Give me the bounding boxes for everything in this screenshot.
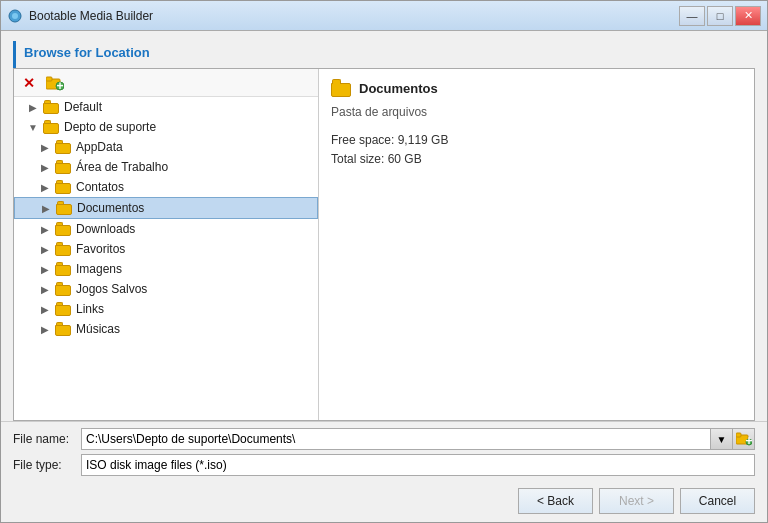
expander-icon: ▶ [38, 304, 52, 315]
file-type-row: File type: ISO disk image files (*.iso) [13, 454, 755, 476]
expander-icon: ▶ [38, 244, 52, 255]
folder-icon [55, 302, 73, 316]
window-controls: — □ ✕ [679, 6, 761, 26]
tree-item[interactable]: ▶ Favoritos [14, 239, 318, 259]
expander-icon: ▶ [26, 102, 40, 113]
bottom-area: File name: ▼ + File type: ISO disk image [1, 421, 767, 522]
folder-icon [55, 140, 73, 154]
title-bar-left: Bootable Media Builder [7, 8, 153, 24]
tree-item-label: Default [64, 100, 102, 114]
tree-item-label: AppData [76, 140, 123, 154]
folder-info: Free space: 9,119 GB Total size: 60 GB [331, 131, 742, 169]
expander-icon: ▶ [38, 162, 52, 173]
file-type-select-wrap: ISO disk image files (*.iso) [81, 454, 755, 476]
file-name-input[interactable] [81, 428, 711, 450]
main-window: Bootable Media Builder — □ ✕ Browse for … [0, 0, 768, 523]
file-name-input-wrap: ▼ + [81, 428, 755, 450]
tree-item[interactable]: ▶ Contatos [14, 177, 318, 197]
title-bar: Bootable Media Builder — □ ✕ [1, 1, 767, 31]
folder-icon [55, 322, 73, 336]
folder-icon [55, 222, 73, 236]
folder-description: Pasta de arquivos [331, 105, 742, 119]
tree-item[interactable]: ▶ AppData [14, 137, 318, 157]
expander-icon: ▶ [38, 224, 52, 235]
file-type-select[interactable]: ISO disk image files (*.iso) [81, 454, 755, 476]
app-icon [7, 8, 23, 24]
close-button[interactable]: ✕ [735, 6, 761, 26]
expander-icon: ▶ [38, 324, 52, 335]
svg-point-1 [12, 13, 18, 19]
tree-item[interactable]: ▶ Músicas [14, 319, 318, 339]
tree-item-label: Depto de suporte [64, 120, 156, 134]
svg-text:+: + [56, 79, 63, 91]
expander-icon: ▶ [38, 264, 52, 275]
tree-item-label: Jogos Salvos [76, 282, 147, 296]
expander-icon: ▶ [38, 142, 52, 153]
delete-button[interactable]: ✕ [18, 72, 40, 94]
folder-name: Documentos [359, 81, 438, 96]
tree-item[interactable]: ▼ Depto de suporte [14, 117, 318, 137]
tree-item[interactable]: ▶ Default [14, 97, 318, 117]
folder-icon [56, 201, 74, 215]
tree-item[interactable]: ▶ Jogos Salvos [14, 279, 318, 299]
expander-icon: ▶ [38, 284, 52, 295]
tree-item-label: Favoritos [76, 242, 125, 256]
tree-item-label: Imagens [76, 262, 122, 276]
folder-icon [43, 120, 61, 134]
content-area: Browse for Location ✕ + [1, 31, 767, 421]
tree-item-label: Área de Trabalho [76, 160, 168, 174]
file-name-label: File name: [13, 432, 81, 446]
folder-icon [55, 160, 73, 174]
window-title: Bootable Media Builder [29, 9, 153, 23]
tree-item[interactable]: ▶ Links [14, 299, 318, 319]
tree-item[interactable]: ▶ Downloads [14, 219, 318, 239]
tree-item-label: Links [76, 302, 104, 316]
new-folder-button[interactable]: + [44, 72, 66, 94]
tree-item-label: Contatos [76, 180, 124, 194]
maximize-button[interactable]: □ [707, 6, 733, 26]
left-panel: ✕ + ▶ [14, 69, 319, 420]
file-name-dropdown-button[interactable]: ▼ [711, 428, 733, 450]
folder-icon [55, 262, 73, 276]
tree-item-label: Documentos [77, 201, 144, 215]
tree-item[interactable]: ▶ Imagens [14, 259, 318, 279]
folder-icon [55, 242, 73, 256]
folder-icon [43, 100, 61, 114]
free-space: Free space: 9,119 GB [331, 131, 742, 150]
tree-item-documentos[interactable]: ▶ Documentos [14, 197, 318, 219]
tree-item-label: Músicas [76, 322, 120, 336]
left-toolbar: ✕ + [14, 69, 318, 97]
folder-icon-large [331, 79, 353, 97]
minimize-button[interactable]: — [679, 6, 705, 26]
expander-icon: ▶ [39, 203, 53, 214]
button-row: < Back Next > Cancel [13, 480, 755, 522]
tree-item-label: Downloads [76, 222, 135, 236]
folder-icon [55, 180, 73, 194]
total-size: Total size: 60 GB [331, 150, 742, 169]
file-name-browse-button[interactable]: + [733, 428, 755, 450]
folder-icon [55, 282, 73, 296]
file-tree[interactable]: ▶ Default ▼ Depto [14, 97, 318, 420]
cancel-button[interactable]: Cancel [680, 488, 755, 514]
back-button[interactable]: < Back [518, 488, 593, 514]
file-name-row: File name: ▼ + [13, 428, 755, 450]
expander-icon: ▶ [38, 182, 52, 193]
next-button[interactable]: Next > [599, 488, 674, 514]
svg-text:+: + [745, 434, 752, 446]
tree-item[interactable]: ▶ Área de Trabalho [14, 157, 318, 177]
svg-rect-3 [46, 77, 52, 81]
file-type-label: File type: [13, 458, 81, 472]
section-title: Browse for Location [13, 41, 755, 68]
main-panel: ✕ + ▶ [13, 68, 755, 421]
svg-rect-7 [736, 433, 741, 437]
right-panel: Documentos Pasta de arquivos Free space:… [319, 69, 754, 420]
expander-icon: ▼ [26, 122, 40, 133]
folder-header: Documentos [331, 79, 742, 97]
